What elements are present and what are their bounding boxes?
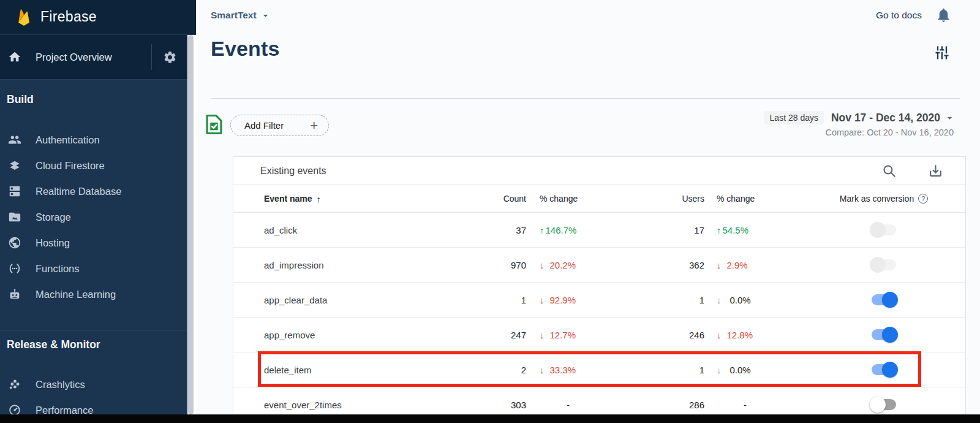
divider — [0, 330, 187, 330]
firestore-icon — [8, 159, 21, 172]
sidebar-item-machine-learning[interactable]: Machine Learning — [0, 281, 187, 307]
conversion-cell — [802, 362, 965, 378]
sidebar-scrollbar — [187, 35, 196, 414]
count-change-cell: ↓92.9% — [526, 295, 631, 305]
sidebar-item-storage[interactable]: Storage — [0, 204, 187, 230]
add-filter-button[interactable]: Add Filter + — [230, 115, 329, 136]
conversion-cell — [802, 292, 965, 308]
go-to-docs-link[interactable]: Go to docs — [876, 10, 922, 21]
sidebar-item-realtime-database[interactable]: Realtime Database — [0, 178, 187, 204]
column-header-event-name[interactable]: Event name ↑ — [264, 194, 472, 204]
date-range-selector[interactable]: Nov 17 - Dec 14, 2020 — [831, 112, 954, 124]
table-row[interactable]: ad_click 37 ↑146.7% 17 ↑54.5% — [233, 213, 965, 248]
arrow-down-icon: ↓ — [540, 295, 545, 305]
main-content: SmartText Go to docs Events Add Filter +… — [196, 0, 980, 414]
conversion-toggle[interactable] — [870, 257, 898, 273]
compare-range-label: Compare: Oct 20 - Nov 16, 2020 — [764, 128, 954, 137]
download-icon[interactable] — [928, 163, 943, 178]
people-icon — [8, 133, 21, 147]
project-selector[interactable]: SmartText — [211, 10, 270, 21]
column-header-count-change: % change — [526, 194, 631, 204]
project-overview-row[interactable]: Project Overview — [0, 35, 187, 80]
arrow-down-icon: ↓ — [540, 365, 545, 375]
event-name-cell: event_over_2times — [264, 400, 472, 410]
percent-change-value: 92.9% — [550, 295, 576, 305]
arrow-down-icon: ↓ — [717, 365, 722, 375]
users-change-cell: ↓2.9% — [704, 260, 802, 270]
robot-icon — [8, 288, 21, 301]
page-title: Events — [211, 37, 280, 61]
project-overview-label: Project Overview — [36, 51, 151, 63]
section-label-release-monitor: Release & Monitor — [7, 338, 100, 351]
sidebar-item-crashlytics[interactable]: Crashlytics — [0, 372, 187, 397]
users-cell: 1 — [631, 365, 704, 375]
count-cell: 1 — [472, 295, 526, 305]
users-change-cell: ↓0.0% — [704, 295, 802, 305]
bell-icon[interactable] — [935, 7, 952, 23]
logo-text: Firebase — [40, 9, 97, 25]
sidebar-item-hosting[interactable]: Hosting — [0, 230, 187, 256]
arrow-down-icon: ↓ — [717, 330, 722, 340]
count-cell: 970 — [472, 260, 526, 270]
conversion-toggle[interactable] — [870, 222, 898, 238]
users-cell: 286 — [631, 400, 704, 410]
divider — [211, 98, 960, 99]
table-row[interactable]: app_clear_data 1 ↓92.9% 1 ↓0.0% — [233, 283, 965, 318]
table-row[interactable]: event_over_2times 303 - 286 - — [233, 387, 965, 414]
users-change-cell: ↓0.0% — [704, 365, 802, 375]
conversion-toggle[interactable] — [870, 362, 898, 378]
count-change-cell: ↓12.7% — [526, 330, 631, 340]
folder-icon — [8, 210, 21, 224]
event-name-cell: app_remove — [264, 330, 472, 340]
conversion-toggle[interactable] — [870, 397, 898, 413]
date-range-area: Last 28 days Nov 17 - Dec 14, 2020 Compa… — [764, 111, 954, 137]
percent-change-value: 0.0% — [730, 365, 751, 375]
users-cell: 1 — [631, 295, 704, 305]
home-icon — [8, 50, 21, 64]
conversion-cell — [802, 327, 965, 343]
tune-filters-icon[interactable] — [933, 44, 951, 61]
event-name-cell: ad_click — [264, 225, 472, 235]
count-change-cell: ↑146.7% — [526, 225, 631, 235]
users-change-cell: ↓12.8% — [704, 330, 802, 340]
arrow-down-icon: ↓ — [540, 330, 545, 340]
gear-icon[interactable] — [152, 50, 187, 64]
existing-events-card: Existing events Event name ↑ Count % cha… — [233, 156, 966, 414]
percent-change-value: 12.7% — [550, 330, 576, 340]
date-range-label: Nov 17 - Dec 14, 2020 — [831, 112, 940, 124]
percent-change-value: 54.5% — [723, 225, 749, 235]
percent-change-value: 20.2% — [550, 260, 576, 270]
percent-change-value: 146.7% — [546, 225, 577, 235]
sidebar-item-authentication[interactable]: Authentication — [0, 127, 187, 153]
users-cell: 17 — [631, 225, 704, 235]
count-cell: 303 — [472, 400, 526, 410]
event-name-cell: ad_impression — [264, 260, 472, 270]
sidebar-item-functions[interactable]: Functions — [0, 256, 187, 281]
percent-change-value: 33.3% — [550, 365, 576, 375]
search-icon[interactable] — [881, 163, 897, 178]
table-row[interactable]: ad_impression 970 ↓20.2% 362 ↓2.9% — [233, 248, 965, 283]
firebase-console-page: Firebase Project Overview Build Authenti… — [0, 0, 980, 423]
event-name-cell: delete_item — [264, 365, 472, 375]
count-change-cell: ↓33.3% — [526, 365, 631, 375]
table-column-headers: Event name ↑ Count % change Users % chan… — [233, 185, 965, 213]
add-filter-label: Add Filter — [244, 120, 284, 131]
conversion-toggle[interactable] — [870, 292, 898, 308]
conversion-toggle[interactable] — [870, 327, 898, 343]
count-cell: 2 — [472, 365, 526, 375]
scrollbar-thumb[interactable] — [188, 35, 194, 414]
table-row[interactable]: delete_item 2 ↓33.3% 1 ↓0.0% — [233, 352, 965, 387]
section-label-build: Build — [7, 93, 34, 106]
firebase-logo: Firebase — [0, 0, 196, 34]
table-row[interactable]: app_remove 247 ↓12.7% 246 ↓12.8% — [233, 318, 965, 352]
sidebar: Firebase Project Overview Build Authenti… — [0, 0, 196, 414]
sidebar-item-cloud-firestore[interactable]: Cloud Firestore — [0, 153, 187, 178]
build-nav-list: Authentication Cloud Firestore Realtime … — [0, 127, 187, 307]
column-header-count: Count — [472, 194, 526, 204]
help-icon[interactable]: ? — [918, 194, 928, 204]
sort-ascending-icon: ↑ — [317, 194, 322, 204]
conversion-cell — [802, 257, 965, 273]
count-change-cell: ↓20.2% — [526, 260, 631, 270]
percent-change-value: 0.0% — [730, 295, 751, 305]
data-collection-ok-icon — [206, 114, 222, 135]
